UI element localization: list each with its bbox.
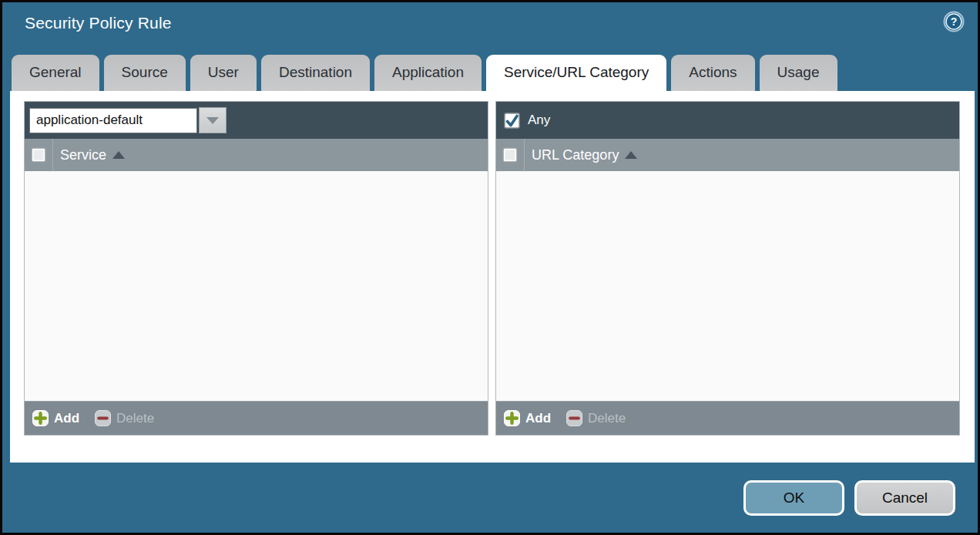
dialog-button-row: OK Cancel — [743, 480, 955, 516]
svg-text:?: ? — [951, 15, 958, 28]
tab-service-url-category[interactable]: Service/URL Category — [486, 55, 666, 91]
dialog-title: Security Policy Rule — [25, 14, 172, 32]
url-category-column-sort[interactable]: URL Category — [532, 147, 637, 163]
checkbox-unchecked-icon — [31, 147, 46, 163]
sort-ascending-icon — [112, 151, 125, 159]
service-select-all-checkbox[interactable] — [25, 139, 53, 171]
help-icon[interactable]: ? — [943, 11, 965, 32]
service-column-sort[interactable]: Service — [60, 147, 125, 163]
any-checkbox-label: Any — [528, 113, 550, 128]
url-category-add-button[interactable]: Add — [504, 410, 551, 426]
service-panel-topbar — [25, 102, 488, 139]
service-column-label: Service — [60, 147, 106, 163]
tab-user[interactable]: User — [190, 55, 257, 91]
url-category-column-header-row: URL Category — [496, 139, 959, 171]
service-delete-label: Delete — [116, 411, 154, 426]
service-delete-button[interactable]: Delete — [95, 410, 154, 426]
ok-button[interactable]: OK — [743, 480, 844, 516]
security-policy-rule-dialog: Security Policy Rule ? General Source Us… — [0, 0, 980, 535]
cancel-button[interactable]: Cancel — [854, 480, 955, 516]
url-category-panel-footer: Add Delete — [496, 401, 959, 435]
any-checkbox-checked[interactable] — [504, 113, 520, 129]
url-category-panel: Any URL Category — [495, 101, 960, 436]
service-type-dropdown-button[interactable] — [199, 107, 227, 133]
plus-icon — [32, 410, 49, 426]
tab-source[interactable]: Source — [104, 55, 186, 91]
url-category-delete-label: Delete — [588, 411, 626, 426]
service-list-empty-area[interactable] — [25, 171, 488, 401]
url-category-panel-topbar: Any — [496, 102, 959, 139]
tab-usage[interactable]: Usage — [760, 55, 837, 91]
tab-application[interactable]: Application — [374, 55, 482, 91]
service-panel-footer: Add Delete — [25, 401, 488, 435]
minus-icon — [566, 410, 582, 426]
minus-icon — [95, 410, 111, 426]
service-column-header-row: Service — [25, 139, 488, 171]
service-add-label: Add — [54, 411, 79, 426]
service-panel: Service Add Dele — [24, 101, 488, 436]
url-category-select-all-checkbox[interactable] — [496, 139, 525, 171]
chevron-down-icon — [206, 117, 219, 124]
url-category-add-label: Add — [525, 411, 551, 426]
url-category-column-label: URL Category — [532, 147, 619, 163]
tab-bar: General Source User Destination Applicat… — [12, 53, 837, 91]
sort-ascending-icon — [625, 151, 637, 159]
tab-general[interactable]: General — [12, 55, 99, 91]
tab-destination[interactable]: Destination — [261, 55, 370, 91]
tab-content: Service Add Dele — [10, 91, 975, 463]
tab-actions[interactable]: Actions — [671, 55, 754, 91]
plus-icon — [504, 410, 520, 426]
url-category-delete-button[interactable]: Delete — [566, 410, 626, 426]
service-add-button[interactable]: Add — [32, 410, 79, 426]
checkbox-unchecked-icon — [502, 147, 518, 163]
url-category-list-empty-area[interactable] — [496, 171, 959, 401]
service-type-input[interactable] — [29, 108, 197, 133]
